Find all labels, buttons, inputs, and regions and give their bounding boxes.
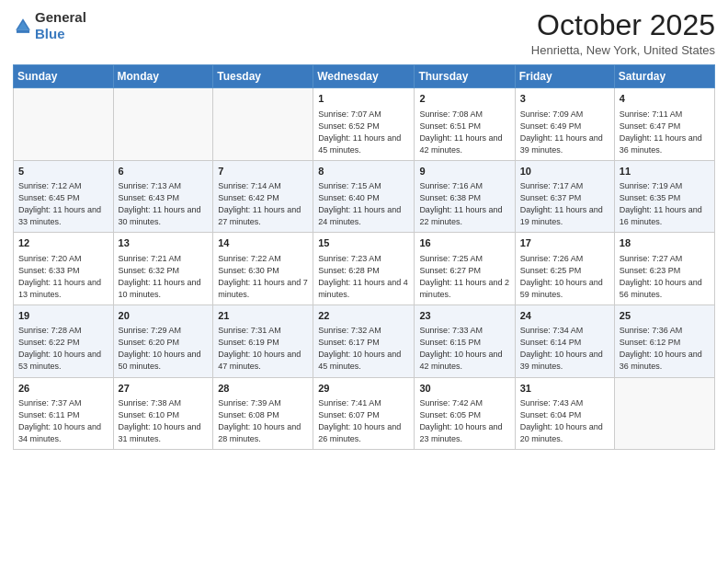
title-block: October 2025 Henrietta, New York, United…: [531, 9, 715, 57]
day-number: 19: [18, 309, 108, 323]
day-info: Sunrise: 7:16 AM Sunset: 6:38 PM Dayligh…: [419, 180, 509, 228]
day-info: Sunrise: 7:08 AM Sunset: 6:51 PM Dayligh…: [419, 109, 509, 156]
day-info: Sunrise: 7:17 AM Sunset: 6:37 PM Dayligh…: [520, 180, 609, 228]
calendar-cell: [14, 88, 114, 161]
calendar-cell: [113, 88, 213, 161]
day-info: Sunrise: 7:38 AM Sunset: 6:10 PM Dayligh…: [119, 397, 209, 445]
svg-rect-3: [17, 30, 29, 33]
calendar-cell: 30Sunrise: 7:42 AM Sunset: 6:05 PM Dayli…: [415, 377, 515, 450]
calendar-cell: 24Sunrise: 7:34 AM Sunset: 6:14 PM Dayli…: [515, 304, 614, 377]
weekday-header-friday: Friday: [515, 65, 614, 88]
day-number: 10: [520, 165, 609, 178]
day-number: 2: [419, 92, 509, 106]
calendar-cell: 8Sunrise: 7:15 AM Sunset: 6:40 PM Daylig…: [313, 160, 415, 233]
day-number: 15: [318, 236, 409, 250]
calendar-cell: 14Sunrise: 7:22 AM Sunset: 6:30 PM Dayli…: [213, 233, 313, 305]
day-info: Sunrise: 7:39 AM Sunset: 6:08 PM Dayligh…: [218, 397, 308, 445]
day-number: 21: [218, 309, 308, 323]
day-info: Sunrise: 7:07 AM Sunset: 6:52 PM Dayligh…: [318, 109, 409, 156]
day-info: Sunrise: 7:12 AM Sunset: 6:45 PM Dayligh…: [18, 180, 108, 228]
calendar-header-row: SundayMondayTuesdayWednesdayThursdayFrid…: [14, 65, 715, 88]
day-info: Sunrise: 7:36 AM Sunset: 6:12 PM Dayligh…: [620, 325, 710, 373]
day-info: Sunrise: 7:11 AM Sunset: 6:47 PM Dayligh…: [620, 109, 710, 156]
day-number: 29: [318, 382, 409, 396]
day-info: Sunrise: 7:37 AM Sunset: 6:11 PM Dayligh…: [18, 397, 108, 445]
calendar-cell: 10Sunrise: 7:17 AM Sunset: 6:37 PM Dayli…: [515, 160, 614, 233]
calendar-week-row: 12Sunrise: 7:20 AM Sunset: 6:33 PM Dayli…: [14, 233, 715, 305]
calendar-cell: 18Sunrise: 7:27 AM Sunset: 6:23 PM Dayli…: [614, 233, 714, 305]
day-number: 13: [119, 236, 209, 250]
day-number: 25: [620, 309, 710, 323]
calendar-cell: 19Sunrise: 7:28 AM Sunset: 6:22 PM Dayli…: [14, 304, 114, 377]
calendar-cell: 2Sunrise: 7:08 AM Sunset: 6:51 PM Daylig…: [415, 88, 515, 161]
day-number: 9: [419, 165, 509, 178]
day-info: Sunrise: 7:34 AM Sunset: 6:14 PM Dayligh…: [520, 325, 609, 373]
calendar-cell: 15Sunrise: 7:23 AM Sunset: 6:28 PM Dayli…: [313, 233, 415, 305]
calendar-cell: 9Sunrise: 7:16 AM Sunset: 6:38 PM Daylig…: [415, 160, 515, 233]
day-number: 4: [620, 92, 710, 106]
calendar-week-row: 1Sunrise: 7:07 AM Sunset: 6:52 PM Daylig…: [14, 88, 715, 161]
day-info: Sunrise: 7:32 AM Sunset: 6:17 PM Dayligh…: [318, 325, 409, 373]
calendar-cell: 4Sunrise: 7:11 AM Sunset: 6:47 PM Daylig…: [614, 88, 714, 161]
weekday-header-monday: Monday: [113, 65, 213, 88]
calendar-cell: 5Sunrise: 7:12 AM Sunset: 6:45 PM Daylig…: [14, 160, 114, 233]
day-number: 18: [620, 236, 710, 250]
day-info: Sunrise: 7:31 AM Sunset: 6:19 PM Dayligh…: [218, 325, 308, 373]
calendar-cell: 16Sunrise: 7:25 AM Sunset: 6:27 PM Dayli…: [415, 233, 515, 305]
day-number: 5: [18, 165, 108, 178]
day-info: Sunrise: 7:26 AM Sunset: 6:25 PM Dayligh…: [520, 253, 609, 301]
day-number: 14: [218, 236, 308, 250]
calendar-cell: 22Sunrise: 7:32 AM Sunset: 6:17 PM Dayli…: [313, 304, 415, 377]
day-info: Sunrise: 7:41 AM Sunset: 6:07 PM Dayligh…: [318, 397, 409, 445]
day-info: Sunrise: 7:33 AM Sunset: 6:15 PM Dayligh…: [419, 325, 509, 373]
day-number: 6: [119, 165, 209, 178]
weekday-header-saturday: Saturday: [614, 65, 714, 88]
day-number: 1: [318, 92, 409, 106]
calendar-cell: 7Sunrise: 7:14 AM Sunset: 6:42 PM Daylig…: [213, 160, 313, 233]
calendar-table: SundayMondayTuesdayWednesdayThursdayFrid…: [13, 64, 715, 450]
day-info: Sunrise: 7:19 AM Sunset: 6:35 PM Dayligh…: [620, 180, 710, 228]
day-info: Sunrise: 7:20 AM Sunset: 6:33 PM Dayligh…: [18, 253, 108, 301]
logo-blue: Blue: [35, 26, 65, 41]
day-number: 23: [419, 309, 509, 323]
calendar-cell: 29Sunrise: 7:41 AM Sunset: 6:07 PM Dayli…: [313, 377, 415, 450]
day-number: 8: [318, 165, 409, 178]
calendar-cell: 26Sunrise: 7:37 AM Sunset: 6:11 PM Dayli…: [14, 377, 114, 450]
weekday-header-tuesday: Tuesday: [213, 65, 313, 88]
day-number: 28: [218, 382, 308, 396]
header: General Blue October 2025 Henrietta, New…: [13, 9, 715, 57]
calendar-cell: 28Sunrise: 7:39 AM Sunset: 6:08 PM Dayli…: [213, 377, 313, 450]
day-number: 26: [18, 382, 108, 396]
calendar-cell: 3Sunrise: 7:09 AM Sunset: 6:49 PM Daylig…: [515, 88, 614, 161]
day-info: Sunrise: 7:21 AM Sunset: 6:32 PM Dayligh…: [119, 253, 209, 301]
weekday-header-sunday: Sunday: [14, 65, 114, 88]
calendar-cell: 6Sunrise: 7:13 AM Sunset: 6:43 PM Daylig…: [113, 160, 213, 233]
day-info: Sunrise: 7:09 AM Sunset: 6:49 PM Dayligh…: [520, 109, 609, 156]
calendar-week-row: 19Sunrise: 7:28 AM Sunset: 6:22 PM Dayli…: [14, 304, 715, 377]
day-info: Sunrise: 7:22 AM Sunset: 6:30 PM Dayligh…: [218, 253, 308, 301]
day-number: 22: [318, 309, 409, 323]
logo: General Blue: [13, 9, 86, 42]
calendar-week-row: 5Sunrise: 7:12 AM Sunset: 6:45 PM Daylig…: [14, 160, 715, 233]
day-number: 17: [520, 236, 609, 250]
month-title: October 2025: [531, 9, 715, 41]
logo-general: General: [35, 9, 86, 25]
day-info: Sunrise: 7:23 AM Sunset: 6:28 PM Dayligh…: [318, 253, 409, 301]
day-info: Sunrise: 7:27 AM Sunset: 6:23 PM Dayligh…: [620, 253, 710, 301]
day-info: Sunrise: 7:43 AM Sunset: 6:04 PM Dayligh…: [520, 397, 609, 445]
day-info: Sunrise: 7:28 AM Sunset: 6:22 PM Dayligh…: [18, 325, 108, 373]
logo-icon: [13, 16, 33, 36]
calendar-cell: 21Sunrise: 7:31 AM Sunset: 6:19 PM Dayli…: [213, 304, 313, 377]
weekday-header-wednesday: Wednesday: [313, 65, 415, 88]
day-number: 31: [520, 382, 609, 396]
calendar-cell: 11Sunrise: 7:19 AM Sunset: 6:35 PM Dayli…: [614, 160, 714, 233]
location: Henrietta, New York, United States: [531, 43, 715, 57]
calendar-cell: 12Sunrise: 7:20 AM Sunset: 6:33 PM Dayli…: [14, 233, 114, 305]
calendar-cell: 1Sunrise: 7:07 AM Sunset: 6:52 PM Daylig…: [313, 88, 415, 161]
calendar-cell: 23Sunrise: 7:33 AM Sunset: 6:15 PM Dayli…: [415, 304, 515, 377]
day-number: 20: [119, 309, 209, 323]
calendar-cell: 17Sunrise: 7:26 AM Sunset: 6:25 PM Dayli…: [515, 233, 614, 305]
logo-text: General Blue: [35, 9, 86, 42]
day-number: 3: [520, 92, 609, 106]
day-number: 11: [620, 165, 710, 178]
